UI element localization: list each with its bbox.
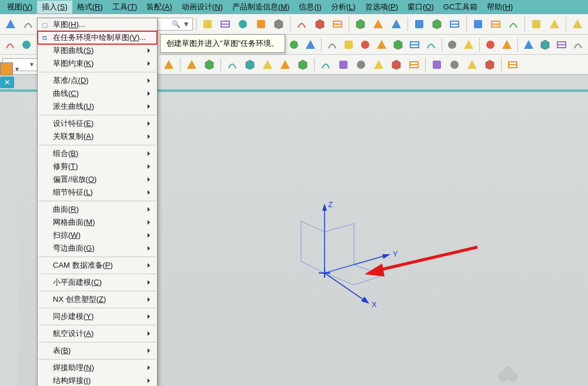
tool-fill-a[interactable]: [483, 36, 498, 54]
menu-V[interactable]: 视图(V): [2, 1, 37, 14]
menu-item-基准点D[interactable]: 基准/点(D): [38, 74, 157, 87]
tool-draft-e[interactable]: [390, 36, 406, 54]
tool-dim-b[interactable]: [446, 56, 463, 73]
menu-I[interactable]: 信息(I): [294, 1, 326, 14]
menu-item-曲线C[interactable]: 曲线(C): [38, 87, 157, 100]
tool-plane-b[interactable]: [429, 15, 445, 33]
tool-cyl-hole[interactable]: [311, 15, 328, 33]
menu-item-CAM数据准备P[interactable]: CAM 数据准备(P): [38, 259, 157, 272]
tool-draft-a[interactable]: [325, 36, 340, 54]
tool-flag-g[interactable]: [528, 15, 544, 33]
tool-thr-c[interactable]: [554, 36, 569, 54]
tool-draft-d[interactable]: [374, 36, 389, 54]
menu-item-设计特征E[interactable]: 设计特征(E): [38, 117, 157, 130]
chip-a[interactable]: [0, 62, 13, 75]
tool-crv-f[interactable]: [406, 56, 422, 73]
tool-fill-b[interactable]: [499, 36, 514, 54]
menu-item-NX创意塑型Z[interactable]: NX 创意塑型(Z): [38, 293, 157, 306]
close-tab-button[interactable]: ✕: [0, 76, 14, 88]
tool-flag-o[interactable]: [546, 15, 563, 33]
tool-pt-a[interactable]: [487, 15, 504, 33]
tool-dim-d[interactable]: [482, 56, 498, 73]
tool-crv-d[interactable]: [370, 56, 387, 73]
menu-item-偏置缩放O[interactable]: 偏置/缩放(O): [38, 173, 157, 186]
menu-A[interactable]: 装配(A): [142, 1, 176, 14]
tool-sh-box[interactable]: [224, 56, 240, 73]
tool-crv-a[interactable]: [318, 56, 334, 73]
tool-plane-xy[interactable]: [387, 15, 404, 33]
tool-draft-c[interactable]: [358, 36, 373, 54]
menu-item-表B[interactable]: 表(B): [38, 344, 157, 357]
tool-plane-fit[interactable]: [370, 15, 386, 33]
menu-item-网格曲面M[interactable]: 网格曲面(M): [38, 216, 157, 229]
tool-sh-diag[interactable]: [242, 56, 258, 73]
menu-item-焊接助理N[interactable]: 焊接助理(N): [38, 361, 157, 374]
tool-hex-c[interactable]: [286, 36, 302, 54]
menu-item-修剪T[interactable]: 修剪(T): [38, 160, 157, 173]
tool-cube-orange[interactable]: [199, 15, 216, 33]
tool-draft-f[interactable]: [407, 36, 422, 54]
tool-open[interactable]: [2, 15, 19, 33]
menu-R[interactable]: 格式(R): [72, 1, 108, 14]
tool-line-y[interactable]: [277, 56, 293, 73]
tool-sh-grid[interactable]: [259, 56, 276, 73]
menu-T[interactable]: 工具(T): [108, 1, 142, 14]
tool-draft-g[interactable]: [423, 36, 439, 54]
tool-crv-e[interactable]: [388, 56, 405, 73]
tool-line-b[interactable]: [201, 56, 218, 73]
menu-item-派生曲线U[interactable]: 派生曲线(U): [38, 100, 157, 113]
tool-snap-c[interactable]: [161, 56, 177, 73]
tool-plane-c[interactable]: [446, 15, 463, 33]
menu-item-草图约束K[interactable]: 草图约束(K): [38, 57, 157, 70]
menu-GC工具箱[interactable]: GC工具箱: [439, 1, 483, 14]
tool-axes-xyz[interactable]: [352, 15, 369, 33]
menu-item-曲面R[interactable]: 曲面(R): [38, 203, 157, 216]
tool-body-a[interactable]: [569, 15, 586, 33]
tool-cube-teal[interactable]: [217, 15, 233, 33]
tool-thr-b[interactable]: [537, 36, 553, 54]
tool-crv-b[interactable]: [335, 56, 352, 73]
tool-thr-d[interactable]: [570, 36, 586, 54]
tool-cube-green[interactable]: [235, 15, 251, 33]
menu-P[interactable]: 首选项(P): [360, 1, 403, 14]
menu-item-航空设计A[interactable]: 航空设计(A): [38, 327, 157, 340]
menu-item-在任务环境中绘制草图V[interactable]: ⧉在任务环境中绘制草图(V)...: [38, 31, 157, 44]
menu-L[interactable]: 分析(L): [326, 1, 360, 14]
tool-home[interactable]: [2, 36, 18, 54]
menu-O[interactable]: 窗口(O): [403, 1, 439, 14]
tool-cone-y[interactable]: [293, 15, 310, 33]
tool-sec-a[interactable]: [445, 36, 460, 54]
tool-dim-a[interactable]: [429, 56, 445, 73]
tool-csys[interactable]: [469, 15, 486, 33]
tool-hatch[interactable]: [505, 56, 521, 73]
tool-thr-a[interactable]: [521, 36, 536, 54]
tool-sec-b[interactable]: [461, 36, 476, 54]
tool-cube-dd[interactable]: [253, 15, 269, 33]
tool-pt-b[interactable]: [505, 15, 522, 33]
tool-save[interactable]: [20, 15, 36, 33]
tool-hex-d[interactable]: [303, 36, 318, 54]
tool-ball-y[interactable]: [19, 36, 34, 54]
tool-draft-b[interactable]: [341, 36, 356, 54]
menu-S[interactable]: 插入(S): [37, 1, 72, 14]
menu-item-关联复制A[interactable]: 关联复制(A): [38, 130, 157, 143]
menu-item-组合B[interactable]: 组合(B): [38, 147, 157, 160]
menu-item-细节特征L[interactable]: 细节特征(L): [38, 186, 157, 199]
tool-line-b2[interactable]: [295, 56, 311, 73]
menu-H[interactable]: 帮助(H): [482, 1, 517, 14]
tool-line-a[interactable]: [183, 56, 200, 73]
menu-item-结构焊接I[interactable]: 结构焊接(I): [38, 374, 157, 386]
tool-cyl-small[interactable]: [329, 15, 346, 33]
tool-crv-c[interactable]: [353, 56, 369, 73]
menu-item-草图H[interactable]: ▢草图(H)...: [38, 18, 157, 31]
tool-cube-wire[interactable]: [270, 15, 287, 33]
menu-M[interactable]: 产品制造信息(M): [228, 1, 295, 14]
menu-N[interactable]: 动画设计(N): [177, 1, 228, 14]
tool-dim-c[interactable]: [464, 56, 480, 73]
menu-item-弯边曲面G[interactable]: 弯边曲面(G): [38, 242, 157, 255]
menu-item-草图曲线S[interactable]: 草图曲线(S): [38, 44, 157, 57]
menu-item-扫掠W[interactable]: 扫掠(W): [38, 229, 157, 242]
menu-item-同步建模Y[interactable]: 同步建模(Y): [38, 310, 157, 323]
menu-item-小平面建模C[interactable]: 小平面建模(C): [38, 276, 157, 289]
tool-axes-abc[interactable]: [411, 15, 427, 33]
